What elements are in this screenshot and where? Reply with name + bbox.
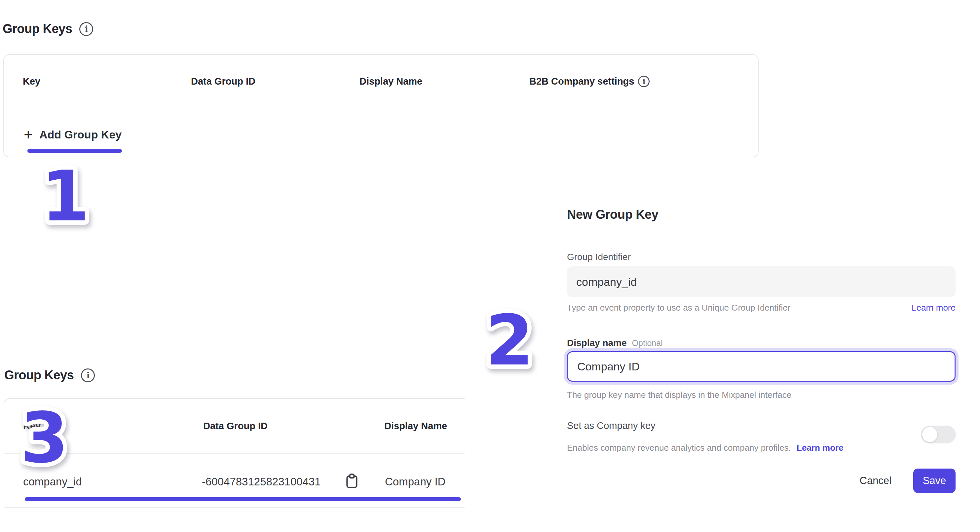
column-header-display-name: Display Name <box>384 399 447 453</box>
step-2-badge: 2 <box>460 277 559 383</box>
display-name-helper: The group key name that displays in the … <box>567 390 791 400</box>
annotation-underline-group-key-row <box>25 497 461 501</box>
table-header-divider <box>4 108 758 108</box>
info-icon[interactable]: i <box>638 76 649 87</box>
column-header-display-name: Display Name <box>360 55 422 108</box>
group-identifier-helper: Type an event property to use as a Uniqu… <box>567 303 790 313</box>
info-icon-glyph: i <box>85 25 88 33</box>
display-name-input[interactable] <box>567 351 956 382</box>
copy-icon[interactable] <box>345 473 358 489</box>
group-keys-table-top: Key Data Group ID Display Name B2B Compa… <box>3 54 759 157</box>
display-name-field-wrap <box>567 351 956 382</box>
group-keys-title: Group Keys <box>3 22 72 36</box>
group-identifier-helper-row: Type an event property to use as a Uniqu… <box>567 303 956 313</box>
column-header-data-group-id: Data Group ID <box>203 399 267 453</box>
step-1-badge: 1 <box>16 132 115 238</box>
form-title: New Group Key <box>567 207 658 222</box>
column-header-key: Key <box>23 55 40 108</box>
group-identifier-label: Group Identifier <box>567 252 631 262</box>
column-header-data-group-id: Data Group ID <box>191 55 255 108</box>
step-3-badge: 3 <box>0 377 99 486</box>
form-actions: Cancel Save <box>567 468 956 493</box>
table-row-divider <box>4 507 465 508</box>
group-identifier-field-wrap <box>567 266 956 297</box>
step-1-number: 1 <box>41 156 89 237</box>
step-3-number: 3 <box>20 398 68 478</box>
company-key-toggle[interactable] <box>921 425 956 443</box>
display-name-label: Display name <box>567 338 627 348</box>
page: Group Keys i Key Data Group ID Display N… <box>0 0 980 532</box>
group-identifier-input[interactable] <box>567 266 956 297</box>
info-icon[interactable]: i <box>79 22 93 36</box>
save-button[interactable]: Save <box>913 468 956 493</box>
company-key-helper-row: Enables company revenue analytics and co… <box>567 443 843 453</box>
row-display-name-cell: Company ID <box>385 476 445 488</box>
info-icon-glyph: i <box>643 78 645 85</box>
company-key-learn-more-link[interactable]: Learn more <box>797 443 843 453</box>
column-header-b2b-settings: B2B Company settings i <box>529 55 649 108</box>
step-2-number: 2 <box>485 300 534 381</box>
toggle-knob <box>922 427 937 442</box>
display-name-optional: Optional <box>632 338 663 348</box>
display-name-label-row: Display name Optional <box>567 338 663 348</box>
row-data-group-id-cell: -6004783125823100431 <box>202 476 321 488</box>
company-key-helper: Enables company revenue analytics and co… <box>567 443 791 453</box>
cancel-button[interactable]: Cancel <box>860 475 892 487</box>
group-keys-heading-top: Group Keys i <box>3 22 93 36</box>
group-identifier-learn-more-link[interactable]: Learn more <box>912 303 956 313</box>
company-key-label: Set as Company key <box>567 421 655 431</box>
